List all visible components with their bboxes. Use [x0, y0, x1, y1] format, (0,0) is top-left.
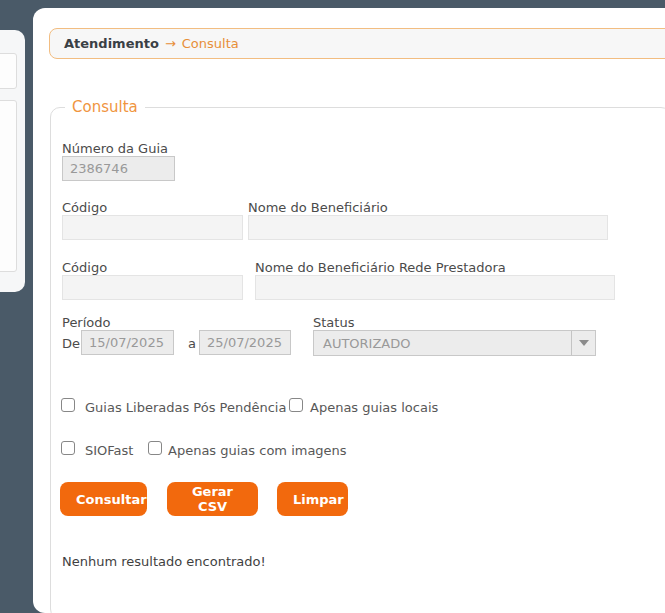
numero-guia-input[interactable]	[62, 156, 175, 181]
checkbox-guias-liberadas-label[interactable]: Guias Liberadas Pós Pendência	[85, 400, 286, 415]
gerar-csv-button[interactable]: Gerar CSV	[167, 482, 258, 516]
checkbox-siofast[interactable]	[61, 441, 75, 455]
periodo-de-label: De	[62, 336, 80, 351]
nome-beneficiario-label: Nome do Beneficiário	[248, 200, 388, 215]
codigo-rede-label: Código	[62, 260, 107, 275]
nome-rede-input[interactable]	[255, 275, 615, 300]
consultar-button[interactable]: Consultar	[60, 482, 147, 516]
checkbox-apenas-locais[interactable]	[289, 398, 303, 412]
nome-rede-label: Nome do Beneficiário Rede Prestadora	[255, 260, 506, 275]
chevron-down-icon[interactable]	[571, 331, 595, 355]
codigo-beneficiario-input[interactable]	[62, 215, 243, 240]
background-field	[0, 53, 17, 89]
checkbox-guias-liberadas[interactable]	[61, 398, 75, 412]
periodo-de-input[interactable]	[81, 330, 174, 355]
periodo-label: Período	[62, 315, 111, 330]
nome-beneficiario-input[interactable]	[248, 215, 608, 240]
breadcrumb-current: Consulta	[182, 36, 239, 51]
breadcrumb-section[interactable]: Atendimento	[64, 36, 159, 51]
status-select[interactable]: AUTORIZADO	[313, 330, 596, 356]
codigo-beneficiario-label: Código	[62, 200, 107, 215]
fieldset-legend: Consulta	[65, 98, 145, 116]
background-panel	[0, 30, 25, 292]
top-chrome-strip	[0, 0, 665, 8]
page: Atendimento → Consulta Consulta Número d…	[0, 0, 665, 613]
periodo-a-input[interactable]	[199, 330, 291, 355]
checkbox-apenas-imagens-label[interactable]: Apenas guias com imagens	[168, 443, 347, 458]
periodo-a-label: a	[188, 336, 196, 351]
consulta-fieldset: Consulta	[50, 107, 665, 613]
breadcrumb-arrow-icon: →	[165, 36, 176, 51]
background-field	[0, 100, 17, 272]
empty-result-message: Nenhum resultado encontrado!	[62, 554, 266, 569]
breadcrumb: Atendimento → Consulta	[49, 28, 665, 59]
checkbox-apenas-locais-label[interactable]: Apenas guias locais	[310, 400, 438, 415]
checkbox-apenas-imagens[interactable]	[148, 441, 162, 455]
checkbox-siofast-label[interactable]: SIOFast	[85, 443, 133, 458]
codigo-rede-input[interactable]	[62, 275, 243, 300]
status-label: Status	[313, 315, 354, 330]
numero-guia-label: Número da Guia	[62, 141, 168, 156]
status-selected-value: AUTORIZADO	[314, 336, 571, 351]
limpar-button[interactable]: Limpar	[277, 482, 348, 516]
